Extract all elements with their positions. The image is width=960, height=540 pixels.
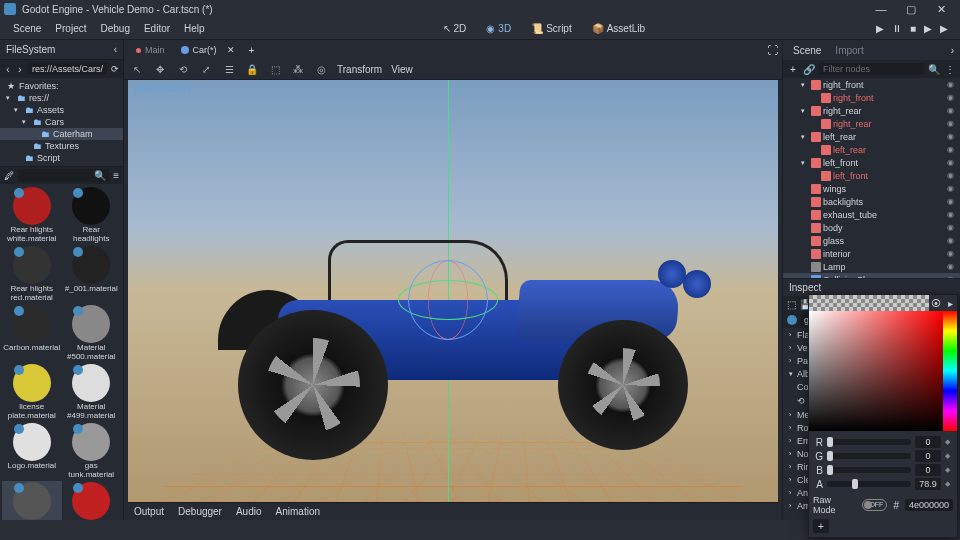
- scene-node[interactable]: right_front◉: [783, 91, 960, 104]
- tab-car[interactable]: Car(*)✕: [173, 43, 243, 57]
- asset-item[interactable]: red button.material: [62, 481, 122, 520]
- tab-audio[interactable]: Audio: [236, 506, 262, 517]
- add-tab-button[interactable]: +: [249, 45, 255, 56]
- refresh-icon[interactable]: ⟳: [111, 64, 119, 74]
- stop-button[interactable]: ■: [910, 23, 916, 34]
- tree-folder-caterham[interactable]: 🖿Caterham: [0, 128, 123, 140]
- asset-item[interactable]: Rear hlights white.material: [2, 186, 62, 245]
- tab-debugger[interactable]: Debugger: [178, 506, 222, 517]
- tab-scene[interactable]: Scene: [789, 43, 825, 58]
- hex-field[interactable]: 4e000000: [905, 499, 953, 511]
- scene-node[interactable]: right_rear◉: [783, 117, 960, 130]
- asset-item[interactable]: license plate.material: [2, 363, 62, 422]
- transform-gizmo[interactable]: [398, 260, 498, 340]
- hue-slider[interactable]: [943, 311, 957, 431]
- asset-item[interactable]: Material #499.material: [62, 363, 122, 422]
- tab-main[interactable]: Main: [128, 43, 173, 57]
- play-custom-button[interactable]: ▶: [940, 23, 948, 34]
- visibility-icon[interactable]: ◉: [944, 262, 956, 271]
- b-slider[interactable]: [827, 467, 911, 473]
- scene-node[interactable]: body◉: [783, 221, 960, 234]
- link-icon[interactable]: 🔗: [803, 64, 815, 75]
- g-value[interactable]: 0: [915, 450, 941, 462]
- close-button[interactable]: ✕: [926, 0, 956, 18]
- rotate-tool[interactable]: ⟲: [176, 63, 190, 77]
- visibility-icon[interactable]: ◉: [944, 249, 956, 258]
- add-preset-button[interactable]: +: [813, 519, 829, 533]
- move-tool[interactable]: ✥: [153, 63, 167, 77]
- visibility-icon[interactable]: ◉: [944, 158, 956, 167]
- asset-search[interactable]: 🔍: [18, 169, 109, 182]
- scene-node[interactable]: ▾left_rear◉: [783, 130, 960, 143]
- visibility-icon[interactable]: ◉: [944, 119, 956, 128]
- snap-tool[interactable]: ⁂: [291, 63, 305, 77]
- tab-output[interactable]: Output: [134, 506, 164, 517]
- mode-script[interactable]: 📜Script: [523, 21, 580, 36]
- menu-editor[interactable]: Editor: [137, 23, 177, 34]
- visibility-icon[interactable]: ◉: [944, 80, 956, 89]
- scene-node[interactable]: Lamp◉: [783, 260, 960, 273]
- tab-close-icon[interactable]: ✕: [227, 45, 235, 55]
- r-value[interactable]: 0: [915, 436, 941, 448]
- scene-node[interactable]: left_rear◉: [783, 143, 960, 156]
- scene-node[interactable]: glass◉: [783, 234, 960, 247]
- a-slider[interactable]: [827, 481, 911, 487]
- scene-node[interactable]: interior◉: [783, 247, 960, 260]
- lock-tool[interactable]: 🔒: [245, 63, 259, 77]
- perspective-label[interactable]: [ Perspective ]: [134, 84, 191, 94]
- tree-root[interactable]: ▾🖿res://: [0, 92, 123, 104]
- visibility-icon[interactable]: ◉: [944, 236, 956, 245]
- visibility-icon[interactable]: ◉: [944, 184, 956, 193]
- pause-button[interactable]: ⏸: [892, 23, 902, 34]
- scene-node[interactable]: backlights◉: [783, 195, 960, 208]
- tree-folder-script[interactable]: 🖿Script: [0, 152, 123, 164]
- asset-item[interactable]: #_001.material: [62, 245, 122, 304]
- panel-collapse-icon[interactable]: ›: [951, 45, 954, 56]
- view-menu[interactable]: View: [391, 64, 413, 75]
- nav-forward-button[interactable]: ›: [16, 64, 24, 75]
- play-button[interactable]: ▶: [876, 23, 884, 34]
- asset-item[interactable]: Rear headlights reflect.materi: [62, 186, 122, 245]
- transform-menu[interactable]: Transform: [337, 64, 382, 75]
- tree-favorites[interactable]: ★Favorites:: [0, 80, 123, 92]
- play-scene-button[interactable]: ▶: [924, 23, 932, 34]
- raw-mode-toggle[interactable]: OFF: [862, 499, 888, 511]
- tree-folder-cars[interactable]: ▾🖿Cars: [0, 116, 123, 128]
- visibility-icon[interactable]: ◉: [944, 171, 956, 180]
- filter-nodes-input[interactable]: Filter nodes: [819, 63, 924, 75]
- r-slider[interactable]: [827, 439, 911, 445]
- nav-back-button[interactable]: ‹: [4, 64, 12, 75]
- a-spinner[interactable]: ◆: [945, 480, 953, 488]
- search-icon[interactable]: 🔍: [928, 64, 940, 75]
- scene-node[interactable]: ▾right_front◉: [783, 78, 960, 91]
- asset-item[interactable]: gas tunk.material: [62, 422, 122, 481]
- revert-icon[interactable]: ⟲: [797, 396, 805, 406]
- r-spinner[interactable]: ◆: [945, 438, 953, 446]
- tab-animation[interactable]: Animation: [276, 506, 320, 517]
- g-spinner[interactable]: ◆: [945, 452, 953, 460]
- scene-node[interactable]: left_front◉: [783, 169, 960, 182]
- tab-import[interactable]: Import: [831, 43, 867, 58]
- path-field[interactable]: res://Assets/Cars/: [28, 63, 107, 75]
- menu-project[interactable]: Project: [48, 23, 93, 34]
- filter-icon[interactable]: 🖉: [4, 170, 14, 181]
- visibility-icon[interactable]: ◉: [944, 223, 956, 232]
- scale-tool[interactable]: ⤢: [199, 63, 213, 77]
- asset-item[interactable]: glass.material: [2, 481, 62, 520]
- b-value[interactable]: 0: [915, 464, 941, 476]
- visibility-icon[interactable]: ◉: [944, 145, 956, 154]
- scene-node[interactable]: exhaust_tube◉: [783, 208, 960, 221]
- g-slider[interactable]: [827, 453, 911, 459]
- scene-node[interactable]: ▾right_rear◉: [783, 104, 960, 117]
- menu-scene[interactable]: Scene: [6, 23, 48, 34]
- tree-folder-assets[interactable]: ▾🖿Assets: [0, 104, 123, 116]
- eyedropper-icon[interactable]: ⦿: [929, 295, 943, 311]
- scene-node[interactable]: ▾left_front◉: [783, 156, 960, 169]
- mode-3d[interactable]: ◉3D: [478, 21, 519, 36]
- visibility-icon[interactable]: ◉: [944, 106, 956, 115]
- menu-debug[interactable]: Debug: [93, 23, 136, 34]
- menu-help[interactable]: Help: [177, 23, 212, 34]
- visibility-icon[interactable]: ◉: [944, 197, 956, 206]
- maximize-button[interactable]: ▢: [896, 0, 926, 18]
- visibility-icon[interactable]: ◉: [944, 210, 956, 219]
